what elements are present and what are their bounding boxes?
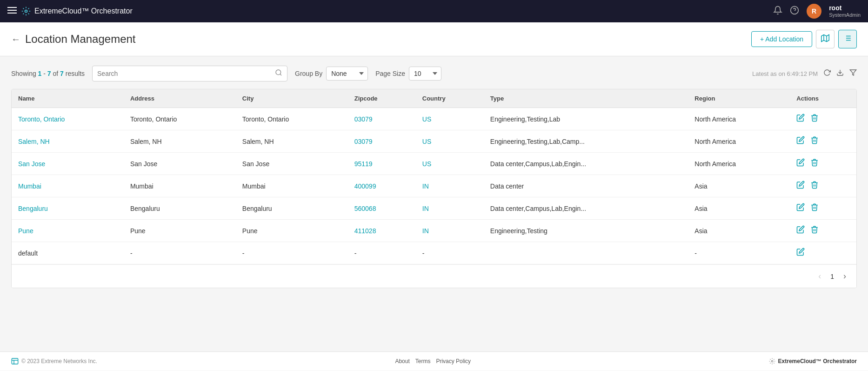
add-location-button[interactable]: + Add Location — [751, 31, 812, 47]
edit-icon[interactable] — [796, 181, 805, 191]
delete-icon[interactable] — [810, 225, 819, 236]
cell-type: Engineering,Testing,Lab,Camp... — [484, 130, 688, 153]
cell-address: Bengaluru — [124, 197, 236, 220]
cell-country[interactable]: IN — [416, 175, 484, 197]
back-button[interactable]: ← — [11, 34, 20, 45]
list-view-button[interactable] — [838, 30, 857, 48]
delete-icon[interactable] — [810, 114, 819, 124]
delete-icon[interactable] — [810, 158, 819, 169]
svg-rect-1 — [7, 10, 17, 11]
cell-zipcode[interactable]: 560068 — [348, 197, 416, 220]
delete-icon[interactable] — [810, 136, 819, 147]
table: Name Address City Zipcode Country Type R… — [12, 89, 856, 264]
locations-table: Name Address City Zipcode Country Type R… — [11, 89, 857, 288]
cell-name[interactable]: Toronto, Ontario — [12, 108, 124, 130]
cell-name[interactable]: San Jose — [12, 153, 124, 175]
edit-icon[interactable] — [796, 203, 805, 214]
next-page-button[interactable]: › — [841, 270, 849, 282]
copyright: © 2023 Extreme Networks Inc. — [21, 358, 97, 364]
search-icon[interactable] — [275, 69, 282, 78]
notification-icon[interactable] — [773, 6, 782, 17]
footer-brand: ExtremeCloud™ Orchestrator — [778, 358, 857, 364]
cell-city: Bengaluru — [236, 197, 348, 220]
cell-zipcode[interactable]: 03079 — [348, 108, 416, 130]
cell-city: - — [236, 242, 348, 264]
cell-address: Pune — [124, 220, 236, 242]
footer-left: © 2023 Extreme Networks Inc. — [11, 358, 97, 365]
results-info: Showing 1 - 7 of 7 results — [11, 70, 85, 77]
col-zipcode: Zipcode — [348, 89, 416, 108]
cell-country[interactable]: IN — [416, 220, 484, 242]
cell-actions — [790, 130, 856, 153]
cell-actions — [790, 242, 856, 264]
terms-link[interactable]: Terms — [415, 358, 431, 364]
cell-city: Toronto, Ontario — [236, 108, 348, 130]
cell-zipcode: - — [348, 242, 416, 264]
footer-links: About Terms Privacy Policy — [395, 358, 471, 364]
refresh-button[interactable] — [823, 69, 831, 78]
col-city: City — [236, 89, 348, 108]
cell-type — [484, 242, 688, 264]
cell-country[interactable]: US — [416, 130, 484, 153]
top-navigation: ExtremeCloud™ Orchestrator R root System… — [0, 0, 868, 22]
cell-region: Asia — [688, 175, 790, 197]
nav-right: R root SystemAdmin — [773, 4, 861, 19]
cell-type: Data center,Campus,Lab,Engin... — [484, 197, 688, 220]
privacy-link[interactable]: Privacy Policy — [436, 358, 471, 364]
page-size-area: Page Size 10 25 50 100 — [375, 67, 441, 81]
edit-icon[interactable] — [796, 225, 805, 236]
toolbar: Showing 1 - 7 of 7 results Group By None… — [11, 66, 857, 81]
cell-region: Asia — [688, 197, 790, 220]
cell-zipcode[interactable]: 400099 — [348, 175, 416, 197]
cell-country[interactable]: US — [416, 153, 484, 175]
edit-icon[interactable] — [796, 136, 805, 147]
page-size-label: Page Size — [375, 70, 405, 77]
cell-address: Mumbai — [124, 175, 236, 197]
about-link[interactable]: About — [395, 358, 409, 364]
help-icon[interactable] — [790, 6, 799, 17]
user-role: SystemAdmin — [829, 12, 861, 18]
avatar[interactable]: R — [807, 4, 821, 19]
table-row: San Jose San Jose San Jose 95119 US Data… — [12, 153, 856, 175]
download-button[interactable] — [836, 69, 844, 78]
group-by-select[interactable]: None — [326, 67, 368, 81]
svg-point-15 — [276, 70, 281, 75]
toolbar-right: Latest as on 6:49:12 PM — [752, 69, 857, 78]
edit-icon[interactable] — [796, 158, 805, 169]
cell-zipcode[interactable]: 03079 — [348, 130, 416, 153]
cell-region: North America — [688, 153, 790, 175]
svg-rect-0 — [7, 7, 17, 8]
filter-button[interactable] — [849, 69, 857, 78]
prev-page-button[interactable]: ‹ — [815, 270, 824, 282]
cell-region: Asia — [688, 220, 790, 242]
table-row: default - - - - - — [12, 242, 856, 264]
edit-icon[interactable] — [796, 114, 805, 124]
cell-actions — [790, 220, 856, 242]
cell-type: Engineering,Testing,Lab — [484, 108, 688, 130]
search-input[interactable] — [97, 70, 272, 77]
page-title-area: ← Location Management — [11, 33, 136, 46]
username: root — [829, 4, 861, 12]
brand-name: ExtremeCloud™ Orchestrator — [34, 7, 133, 15]
cell-name[interactable]: Mumbai — [12, 175, 124, 197]
cell-city: Mumbai — [236, 175, 348, 197]
col-country: Country — [416, 89, 484, 108]
delete-icon[interactable] — [810, 181, 819, 191]
cell-name[interactable]: Pune — [12, 220, 124, 242]
cell-address: - — [124, 242, 236, 264]
cell-country[interactable]: IN — [416, 197, 484, 220]
footer: © 2023 Extreme Networks Inc. About Terms… — [0, 351, 868, 371]
cell-country[interactable]: US — [416, 108, 484, 130]
edit-icon[interactable] — [796, 248, 805, 258]
delete-icon[interactable] — [810, 203, 819, 214]
map-view-button[interactable] — [816, 30, 835, 48]
cell-address: San Jose — [124, 153, 236, 175]
cell-name[interactable]: Salem, NH — [12, 130, 124, 153]
cell-name[interactable]: Bengaluru — [12, 197, 124, 220]
latest-info: Latest as on 6:49:12 PM — [752, 70, 818, 77]
cell-zipcode[interactable]: 411028 — [348, 220, 416, 242]
menu-icon[interactable] — [7, 6, 17, 17]
search-box[interactable] — [92, 66, 287, 81]
page-size-select[interactable]: 10 25 50 100 — [409, 67, 441, 81]
cell-zipcode[interactable]: 95119 — [348, 153, 416, 175]
